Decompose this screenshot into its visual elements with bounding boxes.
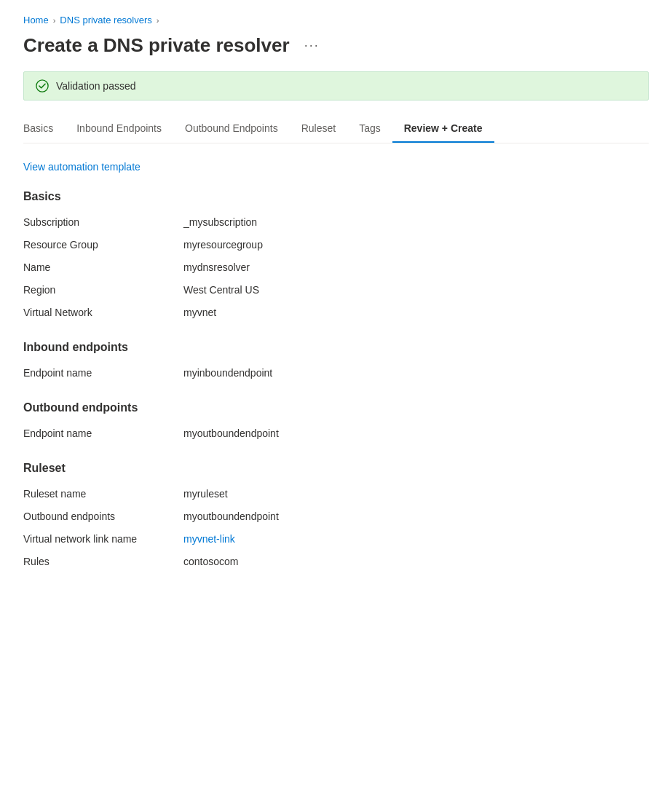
value-rules: contosocom — [183, 554, 649, 570]
label-resource-group: Resource Group — [23, 237, 183, 253]
section-basics-title: Basics — [23, 190, 649, 203]
breadcrumb-home[interactable]: Home — [23, 15, 49, 25]
label-virtual-network: Virtual Network — [23, 305, 183, 320]
tab-basics[interactable]: Basics — [23, 115, 65, 143]
content-area: View automation template Basics Subscrip… — [23, 161, 649, 570]
section-ruleset-title: Ruleset — [23, 462, 649, 475]
tab-tags[interactable]: Tags — [347, 115, 392, 143]
label-ruleset-outbound-endpoints: Outbound endpoints — [23, 509, 183, 524]
label-vnet-link-name: Virtual network link name — [23, 532, 183, 547]
breadcrumb-sep-1: › — [53, 16, 56, 25]
validation-text: Validation passed — [56, 80, 135, 92]
section-outbound-title: Outbound endpoints — [23, 401, 649, 414]
label-subscription: Subscription — [23, 215, 183, 230]
more-options-button[interactable]: ··· — [299, 35, 325, 56]
tab-outbound-endpoints[interactable]: Outbound Endpoints — [173, 115, 290, 143]
validation-icon — [36, 79, 49, 92]
label-name: Name — [23, 260, 183, 275]
label-ruleset-name: Ruleset name — [23, 486, 183, 502]
tab-ruleset[interactable]: Ruleset — [290, 115, 347, 143]
label-outbound-endpoint-name: Endpoint name — [23, 426, 183, 441]
value-subscription: _mysubscription — [183, 215, 649, 230]
section-ruleset: Ruleset Ruleset name myruleset Outbound … — [23, 462, 649, 570]
value-ruleset-name: myruleset — [183, 486, 649, 502]
value-inbound-endpoint-name: myinboundendpoint — [183, 366, 649, 381]
section-inbound-title: Inbound endpoints — [23, 341, 649, 354]
automation-template-link[interactable]: View automation template — [23, 161, 141, 173]
value-outbound-endpoint-name: myoutboundendpoint — [183, 426, 649, 441]
section-inbound-endpoints: Inbound endpoints Endpoint name myinboun… — [23, 341, 649, 381]
svg-point-0 — [36, 80, 48, 92]
basics-details-table: Subscription _mysubscription Resource Gr… — [23, 215, 649, 320]
breadcrumb: Home › DNS private resolvers › — [23, 15, 649, 25]
page-container: Home › DNS private resolvers › Create a … — [0, 0, 672, 619]
section-basics: Basics Subscription _mysubscription Reso… — [23, 190, 649, 320]
page-title: Create a DNS private resolver — [23, 34, 290, 57]
label-inbound-endpoint-name: Endpoint name — [23, 366, 183, 381]
tabs-container: Basics Inbound Endpoints Outbound Endpoi… — [23, 115, 649, 143]
value-region: West Central US — [183, 283, 649, 298]
ruleset-details-table: Ruleset name myruleset Outbound endpoint… — [23, 486, 649, 570]
validation-banner: Validation passed — [23, 71, 649, 101]
breadcrumb-sep-2: › — [157, 16, 159, 25]
value-resource-group: myresourcegroup — [183, 237, 649, 253]
outbound-details-table: Endpoint name myoutboundendpoint — [23, 426, 649, 441]
section-outbound-endpoints: Outbound endpoints Endpoint name myoutbo… — [23, 401, 649, 441]
breadcrumb-dns-resolvers[interactable]: DNS private resolvers — [60, 15, 151, 25]
label-region: Region — [23, 283, 183, 298]
page-title-row: Create a DNS private resolver ··· — [23, 34, 649, 57]
value-name: mydnsresolver — [183, 260, 649, 275]
inbound-details-table: Endpoint name myinboundendpoint — [23, 366, 649, 381]
tab-inbound-endpoints[interactable]: Inbound Endpoints — [65, 115, 173, 143]
value-vnet-link-name: myvnet-link — [183, 532, 649, 547]
value-ruleset-outbound-endpoints: myoutboundendpoint — [183, 509, 649, 524]
tab-review-create[interactable]: Review + Create — [392, 115, 494, 143]
value-virtual-network: myvnet — [183, 305, 649, 320]
label-rules: Rules — [23, 554, 183, 570]
